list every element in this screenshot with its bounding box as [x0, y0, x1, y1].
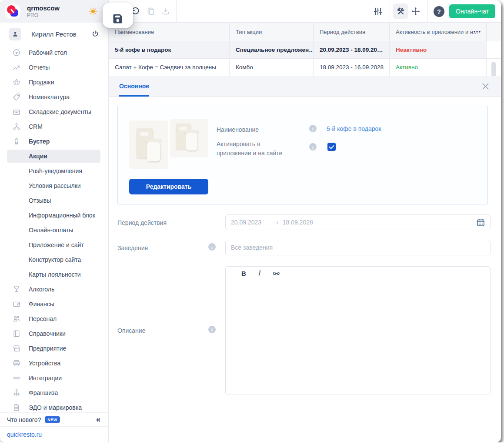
sidebar-item-desktop[interactable]: Рабочий стол	[0, 45, 108, 60]
sidebar-item-books[interactable]: Справочники	[0, 326, 108, 341]
save-button[interactable]	[103, 3, 133, 28]
column-header-period[interactable]: Период действия	[313, 23, 389, 41]
whats-new-row[interactable]: Что нового? NEW «	[0, 412, 108, 426]
app-window: qrmoscow PRO Кирилл Рестов	[0, 0, 501, 442]
description-textarea[interactable]	[226, 281, 490, 395]
period-label: Период действия	[117, 218, 167, 228]
promo-photo-2[interactable]	[170, 119, 208, 157]
period-range-input[interactable]: 20.09.2023 › 18.09.2028	[225, 214, 491, 230]
sidebar-item-crm[interactable]: CRM	[0, 119, 108, 134]
sidebar-item-label: Продажи	[29, 79, 54, 86]
period-to-value[interactable]: 18.09.2028	[283, 219, 313, 226]
table-row[interactable]: Салат + Кофе = Сэндвич за полценыКомбо18…	[109, 59, 501, 76]
scroll-gutter-header	[486, 23, 501, 41]
books-icon	[12, 329, 21, 338]
sidebar-item-reports[interactable]: Отчеты	[0, 60, 108, 75]
columns-more-icon[interactable]	[473, 30, 481, 33]
promotion-name-link[interactable]: 5-й кофе в подарок	[327, 125, 381, 132]
sales-icon	[12, 78, 21, 87]
edit-tools-button[interactable]	[393, 3, 408, 19]
site-row: quickresto.ru	[0, 426, 108, 442]
nav-item-highlight	[7, 61, 100, 74]
sidebar-nav: Рабочий столОтчетыПродажиНоменклатураСкл…	[0, 45, 108, 415]
move-arrows-icon[interactable]	[411, 7, 421, 16]
calendar-icon[interactable]	[476, 218, 485, 227]
sidebar-item-warehouse[interactable]: Складские документы	[0, 104, 108, 119]
info-icon[interactable]: i	[309, 125, 317, 132]
quickresto-site-link[interactable]: quickresto.ru	[7, 431, 42, 438]
period-from-value[interactable]: 20.09.2023	[231, 219, 276, 226]
sidebar-item-tag[interactable]: Номенклатура	[0, 90, 108, 104]
sidebar-item-sub-9[interactable]: Условия рассылки	[0, 178, 108, 193]
sidebar-item-sub-8[interactable]: Push-уведомления	[0, 164, 108, 178]
sidebar-item-label: Персонал	[29, 315, 57, 322]
sidebar-footer: Что нового? NEW « quickresto.ru	[0, 412, 108, 442]
sidebar-item-enterprise[interactable]: Предприятие	[0, 341, 108, 356]
cell-period: 20.09.2023 - 18.09.20…	[313, 41, 389, 58]
theme-sun-icon[interactable]	[88, 7, 98, 16]
promo-photo-1[interactable]	[129, 120, 168, 169]
italic-icon[interactable]: I	[258, 269, 260, 277]
sidebar-item-sales[interactable]: Продажи	[0, 75, 108, 90]
cell-period: 18.09.2023 - 16.09.2028	[313, 59, 389, 76]
sidebar-item-label: Номенклатура	[29, 94, 70, 100]
sidebar-item-label: Информационный блок	[29, 212, 95, 219]
sidebar-item-booster[interactable]: Бустер	[0, 134, 108, 149]
sidebar-item-label: Приложение и сайт	[29, 241, 84, 248]
column-header-activity[interactable]: Активность в приложении и н...	[389, 23, 486, 41]
online-chat-button[interactable]: Онлайн-чат	[449, 4, 495, 18]
venues-input[interactable]	[226, 240, 490, 255]
sidebar-item-label: Отзывы	[29, 197, 51, 204]
column-header-type[interactable]: Тип акции	[229, 23, 313, 41]
close-icon[interactable]	[481, 82, 490, 90]
info-icon[interactable]: i	[309, 143, 317, 151]
scroll-gutter-cell	[486, 41, 501, 58]
account-name: qrmoscow	[27, 4, 60, 12]
table-row[interactable]: 5-й кофе в подарокСпециальное предложен……	[109, 41, 501, 59]
plan-badge: PRO	[27, 12, 60, 18]
sidebar-item-sub-13[interactable]: Приложение и сайт	[0, 238, 108, 252]
sidebar-item-sub-14[interactable]: Конструктор сайта	[0, 252, 108, 267]
warehouse-icon	[12, 107, 21, 116]
venues-label: Заведения	[117, 244, 148, 253]
name-label: Наименование	[217, 125, 259, 134]
collapse-sidebar-icon[interactable]: «	[96, 415, 100, 424]
user-row[interactable]: Кирилл Рестов	[0, 23, 108, 45]
help-button[interactable]: ?	[434, 6, 444, 17]
finance-icon	[12, 300, 21, 308]
sidebar-item-label: Бустер	[29, 138, 50, 145]
logout-power-icon[interactable]	[91, 30, 100, 38]
sidebar-item-label: Устройства	[29, 360, 60, 367]
sidebar-item-finance[interactable]: Финансы	[0, 297, 108, 311]
venues-field	[225, 240, 491, 255]
copy-icon[interactable]	[146, 7, 156, 16]
brand-header: qrmoscow PRO	[0, 0, 108, 23]
user-name: Кирилл Рестов	[31, 30, 77, 38]
info-icon[interactable]: i	[208, 326, 216, 333]
edo-icon	[12, 403, 21, 412]
sidebar-item-sub-11[interactable]: Информационный блок	[0, 208, 108, 223]
sidebar-item-integrations[interactable]: Интеграции	[0, 371, 108, 385]
sidebar-item-sub-12[interactable]: Онлайн-оплаты	[0, 223, 108, 238]
franchise-icon	[12, 388, 21, 397]
sidebar-item-alcohol[interactable]: Алкоголь	[0, 282, 108, 297]
sidebar-item-sub-15[interactable]: Карты лояльности	[0, 267, 108, 282]
edit-button[interactable]: Редактировать	[129, 179, 208, 194]
download-icon[interactable]	[161, 7, 170, 16]
tab-main[interactable]: Основное	[119, 76, 149, 96]
filters-sliders-icon[interactable]	[373, 7, 383, 16]
activate-checkbox[interactable]	[327, 143, 336, 151]
sidebar-item-devices[interactable]: Устройства	[0, 356, 108, 371]
link-icon[interactable]	[272, 269, 280, 278]
reports-icon	[12, 63, 21, 72]
sidebar-item-sub-7[interactable]: Акции	[0, 149, 108, 164]
whats-new-label: Что нового?	[7, 416, 41, 423]
info-icon[interactable]: i	[208, 243, 216, 251]
sidebar-item-staff[interactable]: Персонал	[0, 311, 108, 326]
sidebar-item-sub-10[interactable]: Отзывы	[0, 193, 108, 208]
sidebar-item-franchise[interactable]: Франшиза	[0, 385, 108, 400]
sidebar-item-label: Справочники	[29, 330, 66, 337]
user-avatar	[9, 28, 21, 40]
promotions-table: Наименование Тип акции Период действия А…	[109, 23, 501, 76]
bold-icon[interactable]: B	[241, 270, 246, 277]
